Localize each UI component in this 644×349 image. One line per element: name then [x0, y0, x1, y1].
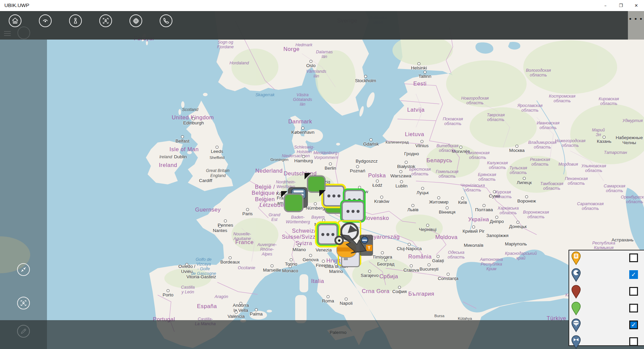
minimize-button[interactable]: –: [598, 0, 613, 11]
legend-checkbox-pumps[interactable]: ✓: [629, 270, 638, 279]
sidebar-button-marker-scan[interactable]: [0, 297, 47, 311]
sidebar-button-auf-mich[interactable]: [0, 263, 47, 278]
poi-icon: [39, 14, 52, 27]
legend-checkbox-valves[interactable]: [629, 337, 638, 346]
marker-flag-icon: [305, 173, 311, 179]
marker-flag-icon: [319, 190, 326, 196]
map-canvas[interactable]: FøroyarNorgeSverigeBottniska vikenSogn o…: [0, 0, 644, 349]
scan-person-icon: [99, 14, 112, 27]
location-spot-icon: [334, 236, 344, 245]
legend-row-valves: [569, 334, 644, 349]
legend-checkbox-new-demo-equip[interactable]: [629, 287, 638, 296]
home-icon: [9, 14, 21, 27]
toolbar-button-kartenansicht[interactable]: [60, 11, 91, 40]
toolbar-button-optisches-scannen[interactable]: [91, 11, 121, 40]
instrument-tile-badged[interactable]: T: [360, 235, 373, 256]
pencil-icon: [17, 325, 30, 338]
legend-row-geomarker: [569, 300, 644, 317]
menu-burger-icon[interactable]: [4, 30, 11, 37]
toolbar-button-einstellungen[interactable]: [121, 11, 151, 40]
center-on-me-icon: [17, 263, 30, 276]
more-button[interactable]: • • •: [628, 11, 644, 40]
pump-pin-icon: [571, 268, 581, 282]
app-title: UBIK.UWP: [4, 2, 29, 8]
legend-checkbox-instruments[interactable]: ✓: [629, 321, 638, 329]
phone-icon: [160, 14, 172, 27]
new-demo-pin-icon: [571, 285, 581, 299]
geomarker-pin-icon: [571, 302, 581, 315]
scan-person-icon: [17, 297, 30, 309]
legend-checkbox-wp-permit[interactable]: [629, 253, 638, 262]
gear-icon: [129, 14, 142, 27]
legend-row-wp-permit: [569, 250, 644, 267]
cluster-tile-ellipsis[interactable]: [341, 201, 364, 221]
map-marker-icon: [69, 14, 82, 27]
bottom-appbar-overlay: [0, 320, 644, 349]
legend-row-pumps: ✓: [569, 267, 644, 283]
wp-permit-pin-icon: [571, 251, 581, 265]
legend-row-new-demo-equip: [569, 283, 644, 300]
marker-flag-icon: [281, 191, 287, 197]
legend-panel: ✓✓: [569, 250, 644, 346]
app-window: FøroyarNorgeSverigeBottniska vikenSogn o…: [0, 0, 644, 349]
close-button[interactable]: ✕: [629, 0, 644, 11]
sidebar-button-edit: [0, 325, 47, 339]
disabled-ghost-button: [17, 26, 30, 39]
maximize-button[interactable]: ❐: [613, 0, 629, 11]
top-toolbar: [0, 11, 628, 40]
legend-checkbox-geomarker[interactable]: [629, 304, 638, 312]
title-bar: UBIK.UWP – ❐ ✕: [0, 0, 644, 11]
valve-pin-icon: [571, 335, 581, 349]
tag-badge: T: [366, 245, 372, 251]
instrument-pin-icon: [571, 318, 581, 332]
basemap-image: [0, 0, 644, 349]
legend-row-instruments: ✓: [569, 317, 644, 334]
instrument-pin-icon: [361, 236, 368, 244]
toolbar-button-remote-support[interactable]: [151, 11, 181, 40]
toolbar-button-poi-ansicht[interactable]: [30, 11, 60, 40]
